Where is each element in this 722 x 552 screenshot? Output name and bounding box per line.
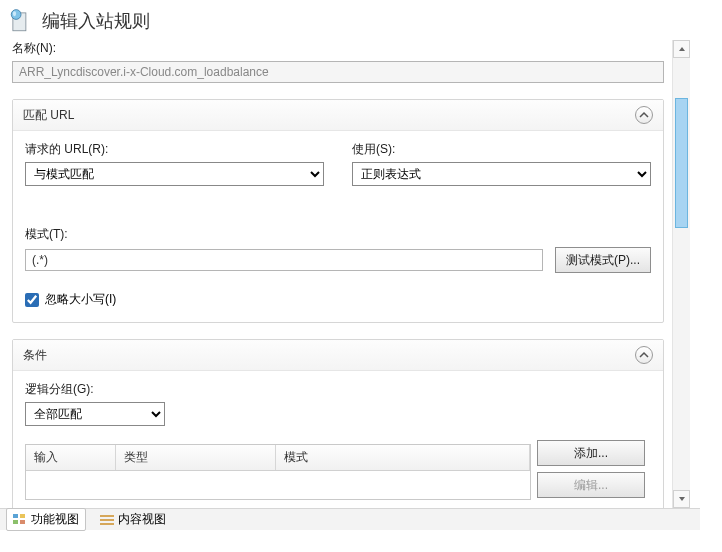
name-label: 名称(N): (12, 40, 664, 57)
name-input[interactable] (12, 61, 664, 83)
match-url-title: 匹配 URL (23, 107, 74, 124)
svg-rect-3 (13, 514, 18, 518)
conditions-table-body (26, 471, 530, 499)
name-field-block: 名称(N): (12, 40, 664, 83)
requested-url-select[interactable]: 与模式匹配 (25, 162, 324, 186)
content-view-button[interactable]: 内容视图 (94, 509, 172, 530)
triangle-down-icon (678, 495, 686, 503)
conditions-buttons-col: 添加... 编辑... (531, 436, 651, 502)
logical-group-label: 逻辑分组(G): (25, 381, 651, 398)
using-select[interactable]: 正则表达式 (352, 162, 651, 186)
requested-url-label: 请求的 URL(R): (25, 141, 324, 158)
form-scroll-region: 名称(N): 匹配 URL 请求的 URL(R): 与模式匹配 (8, 40, 668, 510)
view-switcher-bar: 功能视图 内容视图 (0, 508, 700, 530)
match-url-panel-header: 匹配 URL (13, 100, 663, 131)
ignore-case-row: 忽略大小写(I) (25, 291, 651, 308)
list-icon (100, 514, 114, 526)
dialog-main: 编辑入站规则 名称(N): 匹配 URL 请求的 URL(R): 与模式匹配 (0, 0, 700, 530)
chevron-up-icon (639, 110, 649, 120)
svg-rect-4 (20, 514, 25, 518)
pattern-row: 测试模式(P)... (25, 247, 651, 273)
conditions-panel: 条件 逻辑分组(G): 全部匹配 输入 类型 模 (12, 339, 664, 510)
svg-rect-6 (20, 520, 25, 524)
pattern-input[interactable] (25, 249, 543, 271)
content-view-label: 内容视图 (118, 511, 166, 528)
using-col: 使用(S): 正则表达式 (352, 141, 651, 186)
svg-rect-8 (100, 519, 114, 521)
conditions-table[interactable]: 输入 类型 模式 (25, 444, 531, 500)
col-input[interactable]: 输入 (26, 445, 116, 470)
conditions-collapse-button[interactable] (635, 346, 653, 364)
test-pattern-button[interactable]: 测试模式(P)... (555, 247, 651, 273)
svg-point-2 (13, 11, 16, 16)
add-condition-button[interactable]: 添加... (537, 440, 645, 466)
grid-icon (13, 514, 27, 526)
scroll-up-arrow[interactable] (673, 40, 690, 58)
dialog-header: 编辑入站规则 (0, 0, 700, 38)
conditions-table-wrap: 输入 类型 模式 (25, 436, 531, 502)
conditions-title: 条件 (23, 347, 47, 364)
requested-url-col: 请求的 URL(R): 与模式匹配 (25, 141, 324, 186)
svg-rect-7 (100, 515, 114, 517)
edit-condition-button[interactable]: 编辑... (537, 472, 645, 498)
svg-rect-9 (100, 523, 114, 525)
scroll-down-arrow[interactable] (673, 490, 690, 508)
server-icon (8, 8, 34, 34)
ignore-case-checkbox[interactable] (25, 293, 39, 307)
pattern-block: 模式(T): 测试模式(P)... (25, 226, 651, 273)
dialog-title: 编辑入站规则 (42, 9, 150, 33)
vertical-scrollbar[interactable] (672, 40, 690, 508)
using-label: 使用(S): (352, 141, 651, 158)
match-url-collapse-button[interactable] (635, 106, 653, 124)
logical-group-select[interactable]: 全部匹配 (25, 402, 165, 426)
match-url-panel: 匹配 URL 请求的 URL(R): 与模式匹配 使用(S): (12, 99, 664, 323)
ignore-case-label: 忽略大小写(I) (45, 291, 116, 308)
conditions-panel-header: 条件 (13, 340, 663, 371)
functional-view-label: 功能视图 (31, 511, 79, 528)
svg-rect-5 (13, 520, 18, 524)
conditions-content-row: 输入 类型 模式 添加... 编辑... (25, 436, 651, 502)
col-type[interactable]: 类型 (116, 445, 276, 470)
triangle-up-icon (678, 45, 686, 53)
match-url-panel-body: 请求的 URL(R): 与模式匹配 使用(S): 正则表达式 模式(T): (13, 131, 663, 322)
svg-point-1 (11, 10, 21, 20)
chevron-up-icon (639, 350, 649, 360)
pattern-label: 模式(T): (25, 226, 651, 243)
scroll-track[interactable] (673, 58, 690, 490)
match-url-row: 请求的 URL(R): 与模式匹配 使用(S): 正则表达式 (25, 141, 651, 186)
col-pattern[interactable]: 模式 (276, 445, 530, 470)
scroll-thumb[interactable] (675, 98, 688, 228)
conditions-table-header: 输入 类型 模式 (26, 445, 530, 471)
conditions-panel-body: 逻辑分组(G): 全部匹配 输入 类型 模式 (13, 371, 663, 510)
functional-view-button[interactable]: 功能视图 (6, 508, 86, 531)
